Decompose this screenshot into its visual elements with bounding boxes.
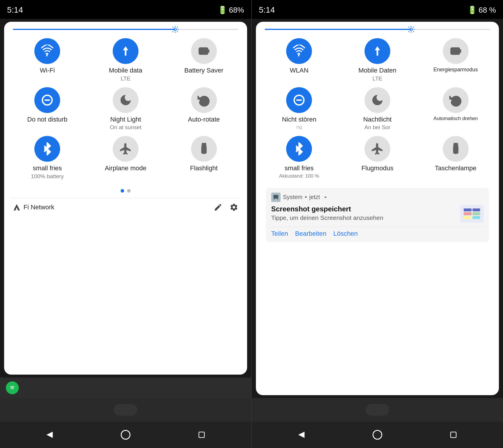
svg-point-0 [174, 28, 176, 31]
edit-icon-left[interactable] [214, 203, 222, 212]
app-bar-left[interactable] [0, 378, 251, 398]
brightness-track-left[interactable] [13, 29, 238, 30]
back-btn-left[interactable] [39, 425, 60, 445]
dot-1-left [121, 189, 124, 193]
tile-label-auto-rotate-right: Automatisch drehen [433, 115, 478, 122]
svg-line-28 [409, 27, 409, 27]
svg-marker-43 [298, 432, 305, 438]
battery-icon-right: 🔋 [467, 6, 477, 15]
tile-label-night-light-left: Night Light [110, 115, 141, 124]
notif-action-edit[interactable]: Bearbeiten [295, 230, 326, 238]
notif-separator: • [305, 194, 307, 201]
recents-btn-left[interactable] [191, 425, 212, 445]
tile-icon-bluetooth-left [34, 136, 60, 162]
tile-icon-auto-rotate-right [443, 87, 469, 113]
time-right: 5:14 [259, 5, 275, 15]
tile-auto-rotate-right[interactable]: Automatisch drehen [418, 87, 493, 131]
brightness-slider-right[interactable] [262, 29, 493, 30]
notif-body-right: Tippe, um deinen Screenshot anzusehen [271, 214, 383, 221]
brightness-slider-left[interactable] [10, 29, 241, 30]
qs-panel-left: ? Wi-Fi Mobile data LTE [4, 22, 247, 375]
page-dots-left [10, 189, 241, 193]
svg-rect-22 [199, 432, 204, 438]
tile-mobile-data-left[interactable]: Mobile data LTE [88, 38, 163, 82]
tile-dnd-left[interactable]: Do not disturb [10, 87, 85, 131]
tile-night-light-left[interactable]: Night Light On at sunset [88, 87, 163, 131]
notif-action-delete[interactable]: Löschen [333, 230, 358, 238]
tile-sublabel-mobile-right: LTE [372, 75, 382, 82]
svg-line-42 [277, 198, 278, 200]
brightness-thumb-right[interactable] [406, 24, 416, 35]
notification-card-right[interactable]: System • jetzt Screenshot gespeichert Ti… [266, 188, 489, 242]
tile-label-bluetooth-left: small fries [33, 164, 62, 173]
tile-bluetooth-right[interactable]: small fries Akkustand: 100 % [262, 136, 337, 179]
tile-icon-wifi-right: ? [286, 38, 312, 64]
svg-point-23 [410, 28, 413, 31]
back-btn-right[interactable] [291, 425, 312, 445]
battery-info-left: 🔋 68% [218, 6, 244, 15]
tile-label-bluetooth-right: small fries [285, 164, 314, 173]
tile-night-light-right[interactable]: Nachtlicht An bei Sor [340, 87, 415, 131]
tile-icon-airplane-left [113, 136, 139, 162]
brightness-fill-left [13, 29, 175, 30]
tile-flashlight-left[interactable]: Flashlight [166, 136, 241, 180]
tile-label-mobile-right: Mobile Daten [358, 66, 396, 75]
recents-btn-right[interactable] [443, 425, 464, 445]
tile-auto-rotate-left[interactable]: Auto-rotate [166, 87, 241, 131]
tile-dnd-right[interactable]: Nicht stören ng [262, 87, 337, 131]
tile-icon-mobile-data-right [364, 38, 390, 64]
tile-mobile-data-right[interactable]: Mobile Daten LTE [340, 38, 415, 82]
footer-icons-left [214, 203, 238, 212]
tiles-grid-left: ? Wi-Fi Mobile data LTE [10, 38, 241, 180]
tile-sublabel-night-light-right: An bei Sor [364, 124, 391, 131]
tile-label-dnd-left: Do not disturb [27, 115, 67, 124]
svg-line-29 [413, 31, 414, 32]
tile-icon-flashlight-right [443, 136, 469, 162]
svg-text:?: ? [46, 52, 48, 57]
tile-battery-saver-right[interactable]: Energiesparmodus [418, 38, 493, 82]
svg-line-41 [274, 198, 275, 200]
signal-icon-left [13, 203, 21, 211]
notif-action-share[interactable]: Teilen [271, 230, 288, 238]
battery-icon-left: 🔋 [218, 6, 227, 15]
notif-actions-right: Teilen Bearbeiten Löschen [271, 227, 484, 238]
home-btn-left[interactable] [115, 425, 136, 445]
svg-rect-15 [202, 148, 206, 153]
settings-icon-left[interactable] [229, 203, 238, 212]
tile-wifi-right[interactable]: ? WLAN [262, 38, 337, 82]
svg-rect-45 [450, 432, 456, 438]
tile-icon-night-light-left [113, 87, 139, 113]
svg-point-21 [121, 430, 130, 439]
svg-line-7 [173, 31, 173, 32]
svg-text:?: ? [298, 52, 300, 57]
tile-label-airplane-right: Flugmodus [362, 164, 394, 173]
svg-rect-40 [274, 195, 278, 199]
tile-label-battery-saver-right: Energiesparmodus [433, 66, 478, 73]
nav-bar-left [0, 422, 251, 448]
svg-point-44 [373, 430, 382, 439]
notif-expand-icon[interactable] [322, 194, 329, 201]
tile-battery-saver-left[interactable]: Battery Saver [166, 38, 241, 82]
tile-bluetooth-left[interactable]: small fries 100% battery [10, 136, 85, 180]
tile-icon-wifi-left: ? [34, 38, 60, 64]
battery-pct-left: 68% [229, 6, 244, 15]
battery-pct-right: 68 % [479, 6, 496, 15]
brightness-thumb-left[interactable] [170, 24, 180, 35]
status-bar-right: 5:14 🔋 68 % [252, 0, 503, 19]
svg-line-8 [177, 27, 178, 27]
tile-wifi-left[interactable]: ? Wi-Fi [10, 38, 85, 82]
tile-icon-night-light-right [364, 87, 390, 113]
tiles-grid-right: ? WLAN Mobile Daten LTE [262, 38, 493, 179]
battery-info-right: 🔋 68 % [467, 6, 496, 15]
tile-label-dnd-right: Nicht stören [282, 115, 316, 124]
tile-airplane-right[interactable]: Flugmodus [340, 136, 415, 179]
tile-flashlight-right[interactable]: Taschenlampe [418, 136, 493, 179]
tile-sublabel-bluetooth-left: 100% battery [31, 173, 64, 180]
tile-airplane-left[interactable]: Airplane mode [88, 136, 163, 180]
notif-header-right: System • jetzt [271, 193, 484, 202]
spotify-icon-left [6, 381, 19, 394]
home-btn-right[interactable] [367, 425, 388, 445]
svg-rect-38 [453, 148, 458, 153]
svg-line-5 [173, 27, 173, 27]
brightness-track-right[interactable] [265, 29, 490, 30]
